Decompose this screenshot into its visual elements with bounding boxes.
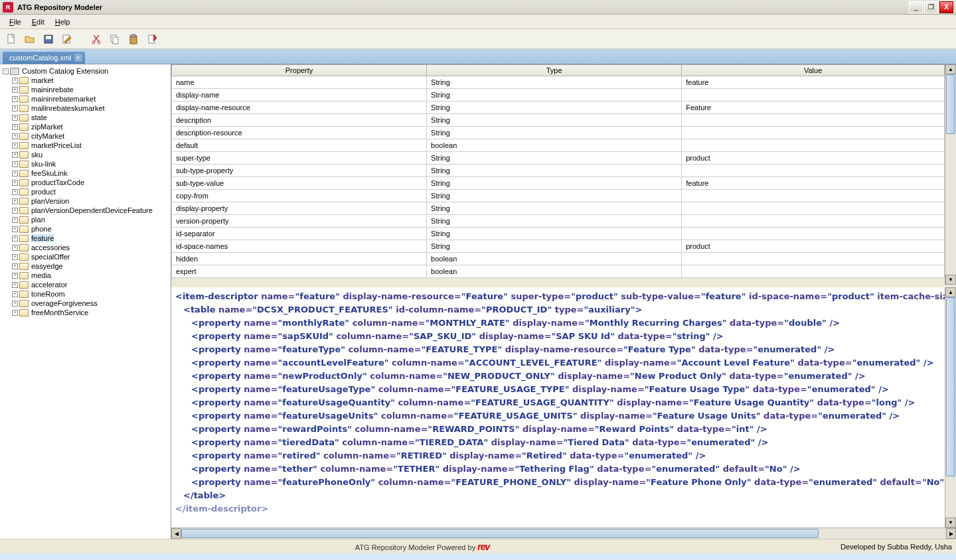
expander-icon[interactable]: +	[12, 78, 18, 84]
cell[interactable]: product	[682, 152, 945, 165]
expander-icon[interactable]: +	[12, 124, 18, 130]
tree-item-phone[interactable]: +phone	[0, 224, 171, 234]
table-row[interactable]: super-typeStringproduct	[172, 152, 945, 165]
tree-item-feature[interactable]: +feature	[0, 234, 171, 243]
cell[interactable]: display-property	[172, 202, 427, 215]
expander-icon[interactable]: +	[12, 105, 18, 111]
cell[interactable]: expert	[172, 265, 427, 278]
expander-icon[interactable]: +	[12, 208, 18, 214]
cell[interactable]: feature	[682, 177, 945, 190]
cell[interactable]: product	[682, 240, 945, 253]
delete-doc-icon[interactable]	[146, 33, 158, 45]
expander-icon[interactable]: +	[12, 171, 18, 176]
expander-icon[interactable]: +	[12, 254, 18, 260]
table-row[interactable]: display-nameString	[172, 89, 945, 102]
expander-icon[interactable]: +	[12, 96, 18, 102]
tree-item-sku-link[interactable]: +sku-link	[0, 159, 171, 169]
cell[interactable]: default	[172, 139, 427, 152]
menu-file[interactable]: File	[4, 16, 27, 28]
close-icon[interactable]: ×	[74, 54, 82, 62]
cell[interactable]: String	[427, 89, 682, 102]
expander-icon[interactable]: +	[12, 133, 18, 139]
tree-item-productTaxCode[interactable]: +productTaxCode	[0, 178, 171, 187]
tree-item-toneRoom[interactable]: +toneRoom	[0, 289, 171, 299]
cell[interactable]	[682, 89, 945, 102]
expander-icon[interactable]: +	[12, 282, 18, 288]
cell[interactable]	[682, 202, 945, 215]
tab-customcatalog[interactable]: customCatalog.xml ×	[3, 52, 85, 64]
tree-root[interactable]: −Custom Catalog Extension	[0, 66, 171, 76]
cell[interactable]	[682, 228, 945, 240]
xml-hscrollbar[interactable]: ◀ ▶	[171, 527, 956, 539]
expander-icon[interactable]: +	[12, 217, 18, 223]
expander-icon[interactable]: +	[12, 226, 18, 232]
table-row[interactable]: description-resourceString	[172, 127, 945, 139]
cell[interactable]: String	[427, 190, 682, 202]
expander-icon[interactable]: +	[12, 115, 18, 121]
table-row[interactable]: id-space-namesStringproduct	[172, 240, 945, 253]
sidebar-tree[interactable]: −Custom Catalog Extension+market+maininr…	[0, 64, 171, 539]
scroll-down-icon[interactable]: ▼	[945, 275, 956, 285]
scroll-down-icon[interactable]: ▼	[945, 518, 956, 527]
xml-source[interactable]: <item-descriptor name="feature" display-…	[171, 287, 945, 527]
tree-item-mailinrebateskumarket[interactable]: +mailinrebateskumarket	[0, 104, 171, 113]
table-row[interactable]: nameStringfeature	[172, 76, 945, 89]
cell[interactable]: sub-type-value	[172, 177, 427, 190]
expander-icon[interactable]: +	[12, 301, 18, 307]
cell[interactable]: String	[427, 202, 682, 215]
cell[interactable]: String	[427, 177, 682, 190]
tree-item-product[interactable]: +product	[0, 187, 171, 196]
scroll-up-icon[interactable]: ▲	[945, 64, 956, 74]
cell[interactable]: boolean	[427, 253, 682, 265]
minimize-button[interactable]: _	[909, 1, 923, 13]
col-property[interactable]: Property	[172, 65, 427, 76]
cell[interactable]: String	[427, 102, 682, 114]
menu-edit[interactable]: Edit	[27, 16, 50, 28]
scroll-right-icon[interactable]: ▶	[946, 528, 956, 539]
table-row[interactable]: descriptionString	[172, 114, 945, 127]
open-icon[interactable]	[24, 33, 36, 45]
cell[interactable]	[682, 253, 945, 265]
cell[interactable]	[682, 190, 945, 202]
new-file-icon[interactable]	[5, 33, 17, 45]
tree-item-planVersionDependentDeviceFeature[interactable]: +planVersionDependentDeviceFeature	[0, 206, 171, 215]
paste-icon[interactable]	[127, 33, 139, 45]
edit-doc-icon[interactable]	[61, 33, 73, 45]
table-scrollbar[interactable]: ▲ ▼	[945, 64, 956, 285]
cell[interactable]: String	[427, 114, 682, 127]
tree-item-media[interactable]: +media	[0, 271, 171, 280]
scroll-thumb[interactable]	[181, 529, 819, 538]
maximize-button[interactable]: ❐	[924, 1, 938, 13]
cell[interactable]	[682, 139, 945, 152]
table-row[interactable]: sub-type-valueStringfeature	[172, 177, 945, 190]
tree-item-easyedge[interactable]: +easyedge	[0, 261, 171, 271]
table-row[interactable]: copy-fromString	[172, 190, 945, 202]
tree-item-feeSkuLink[interactable]: +feeSkuLink	[0, 169, 171, 178]
col-value[interactable]: Value	[682, 65, 945, 76]
tree-item-accelerator[interactable]: +accelerator	[0, 280, 171, 289]
cell[interactable]: copy-from	[172, 190, 427, 202]
cell[interactable]	[682, 114, 945, 127]
table-row[interactable]: hiddenboolean	[172, 253, 945, 265]
cell[interactable]: String	[427, 76, 682, 89]
scroll-thumb[interactable]	[946, 74, 955, 134]
cell[interactable]: Feature	[682, 102, 945, 114]
copy-icon[interactable]	[109, 33, 121, 45]
table-row[interactable]: version-propertyString	[172, 215, 945, 228]
tree-item-market[interactable]: +market	[0, 76, 171, 85]
cell[interactable]: name	[172, 76, 427, 89]
menu-help[interactable]: Help	[50, 16, 76, 28]
col-type[interactable]: Type	[427, 65, 682, 76]
cell[interactable]: hidden	[172, 253, 427, 265]
expander-icon[interactable]: +	[12, 273, 18, 279]
expander-icon[interactable]: +	[12, 291, 18, 297]
expander-icon[interactable]: +	[12, 189, 18, 195]
cell[interactable]: boolean	[427, 139, 682, 152]
tree-item-sku[interactable]: +sku	[0, 150, 171, 159]
xml-scrollbar[interactable]: ▲ ▼	[945, 287, 956, 527]
cell[interactable]: description-resource	[172, 127, 427, 139]
tree-item-planVersion[interactable]: +planVersion	[0, 196, 171, 206]
scroll-left-icon[interactable]: ◀	[171, 528, 181, 539]
property-table-scroll[interactable]: PropertyTypeValue nameStringfeaturedispl…	[171, 64, 945, 285]
expander-icon[interactable]: +	[12, 180, 18, 186]
